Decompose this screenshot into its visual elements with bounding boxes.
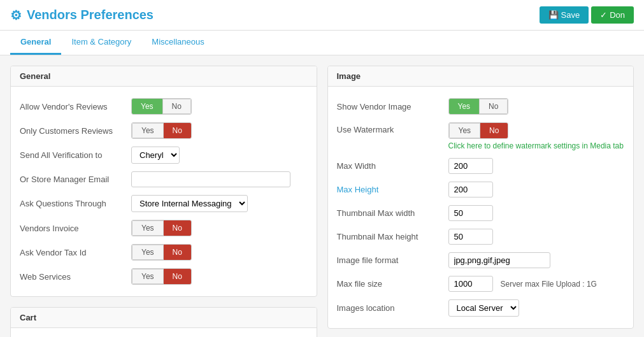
use-watermark-no[interactable]: No: [480, 123, 508, 138]
images-location-select[interactable]: Local Server: [448, 299, 519, 317]
tab-bar: General Item & Category Miscellaneous: [0, 31, 644, 55]
web-services-row: Web Services Yes No: [20, 264, 308, 289]
show-vendor-image-no[interactable]: No: [479, 99, 508, 114]
store-manager-email-control: [131, 171, 290, 187]
only-customers-reviews-yes[interactable]: Yes: [132, 123, 164, 138]
image-file-format-input[interactable]: [448, 252, 550, 268]
cart-section-body: Direct Payment to Vendor Yes No: [11, 328, 317, 337]
cart-section: Cart Direct Payment to Vendor Yes No: [10, 307, 317, 337]
only-customers-reviews-no[interactable]: No: [164, 123, 191, 138]
web-services-yes[interactable]: Yes: [132, 269, 164, 284]
content-area: General Allow Vendor's Reviews Yes No: [0, 55, 644, 337]
thumbnail-max-height-row: Thumbnail Max height: [337, 225, 625, 248]
images-location-control: Local Server: [448, 299, 519, 317]
only-customers-reviews-control: Yes No: [131, 122, 192, 139]
use-watermark-control: Yes No: [448, 122, 624, 139]
store-manager-email-row: Or Store Manager Email: [20, 168, 308, 191]
allow-vendors-reviews-control: Yes No: [131, 98, 192, 115]
ask-questions-label: Ask Questions Through: [20, 199, 131, 208]
tab-item-category[interactable]: Item & Category: [61, 31, 141, 55]
show-vendor-image-control: Yes No: [448, 98, 509, 115]
use-watermark-row: Use Watermark Yes No Click here to defin…: [337, 118, 625, 154]
store-manager-email-input[interactable]: [131, 171, 290, 187]
only-customers-reviews-label: Only Customers Reviews: [20, 126, 131, 136]
vendors-invoice-label: Vendors Invoice: [20, 224, 131, 233]
gear-icon: ⚙: [10, 8, 22, 23]
show-vendor-image-toggle: Yes No: [448, 98, 509, 115]
ask-questions-control: Store Internal Messaging: [131, 195, 248, 212]
image-section: Image Show Vendor Image Yes No: [327, 66, 634, 329]
thumbnail-max-width-row: Thumbnail Max width: [337, 201, 625, 225]
right-column: Image Show Vendor Image Yes No: [327, 66, 634, 337]
tab-general[interactable]: General: [10, 31, 61, 55]
max-width-row: Max Width: [337, 154, 625, 178]
thumbnail-max-height-control: [448, 229, 493, 245]
allow-vendors-reviews-no[interactable]: No: [162, 99, 191, 114]
watermark-settings-link[interactable]: Click here to define watermark settings …: [448, 141, 624, 150]
allow-vendors-reviews-toggle: Yes No: [131, 98, 192, 115]
vendor-tax-id-label: Ask Vendor Tax Id: [20, 248, 131, 257]
send-verification-row: Send All Verification to Cheryl: [20, 143, 308, 168]
send-verification-control: Cheryl: [131, 147, 180, 164]
thumbnail-max-width-control: [448, 205, 493, 221]
header: ⚙ Vendors Preferences 💾 Save ✓ Don: [0, 0, 644, 31]
allow-vendors-reviews-yes[interactable]: Yes: [132, 99, 162, 114]
web-services-label: Web Services: [20, 272, 131, 282]
show-vendor-image-label: Show Vendor Image: [337, 102, 448, 111]
tab-miscellaneous[interactable]: Miscellaneous: [141, 31, 214, 55]
show-vendor-image-row: Show Vendor Image Yes No: [337, 94, 625, 118]
vendor-tax-id-no[interactable]: No: [164, 245, 191, 260]
ask-questions-row: Ask Questions Through Store Internal Mes…: [20, 191, 308, 216]
max-height-row: Max Height: [337, 178, 625, 201]
vendors-invoice-yes[interactable]: Yes: [132, 220, 164, 236]
max-width-input[interactable]: [448, 158, 493, 174]
send-verification-label: Send All Verification to: [20, 150, 131, 160]
header-buttons: 💾 Save ✓ Don: [540, 6, 634, 24]
done-button[interactable]: ✓ Don: [591, 6, 634, 24]
max-file-size-row: Max file size Server max File Upload : 1…: [337, 272, 625, 296]
vendors-invoice-no[interactable]: No: [164, 220, 191, 236]
general-section-body: Allow Vendor's Reviews Yes No Only Custo…: [11, 87, 317, 296]
thumbnail-max-width-input[interactable]: [448, 205, 493, 221]
only-customers-reviews-toggle: Yes No: [131, 122, 192, 139]
image-section-body: Show Vendor Image Yes No Use Watermark: [328, 87, 634, 328]
general-section-title: General: [11, 66, 317, 87]
check-icon: ✓: [600, 10, 607, 20]
vendor-tax-id-yes[interactable]: Yes: [132, 245, 164, 260]
thumbnail-max-height-label: Thumbnail Max height: [337, 232, 448, 241]
left-column: General Allow Vendor's Reviews Yes No: [10, 66, 317, 337]
max-file-size-control: Server max File Upload : 1G: [448, 276, 597, 292]
save-button[interactable]: 💾 Save: [540, 6, 589, 24]
send-verification-select[interactable]: Cheryl: [131, 147, 180, 164]
only-customers-reviews-row: Only Customers Reviews Yes No: [20, 118, 308, 143]
image-file-format-label: Image file format: [337, 255, 448, 265]
max-height-control: [448, 182, 493, 197]
allow-vendors-reviews-row: Allow Vendor's Reviews Yes No: [20, 94, 308, 118]
image-file-format-row: Image file format: [337, 248, 625, 272]
max-file-size-label: Max file size: [337, 279, 448, 289]
max-file-size-input[interactable]: [448, 276, 493, 292]
general-section: General Allow Vendor's Reviews Yes No: [10, 66, 317, 297]
use-watermark-label: Use Watermark: [337, 122, 448, 134]
web-services-control: Yes No: [131, 268, 192, 285]
images-location-label: Images location: [337, 303, 448, 313]
thumbnail-max-height-input[interactable]: [448, 229, 493, 245]
max-height-input[interactable]: [448, 182, 493, 197]
max-width-label: Max Width: [337, 161, 448, 171]
max-width-control: [448, 158, 493, 174]
image-file-format-control: [448, 252, 550, 268]
cart-section-title: Cart: [11, 308, 317, 328]
use-watermark-toggle: Yes No: [448, 122, 509, 139]
vendors-invoice-row: Vendors Invoice Yes No: [20, 216, 308, 240]
use-watermark-yes[interactable]: Yes: [449, 123, 481, 138]
show-vendor-image-yes[interactable]: Yes: [449, 99, 480, 114]
vendor-tax-id-toggle: Yes No: [131, 244, 192, 261]
store-manager-email-label: Or Store Manager Email: [20, 175, 131, 184]
allow-vendors-reviews-label: Allow Vendor's Reviews: [20, 102, 131, 111]
ask-questions-select[interactable]: Store Internal Messaging: [131, 195, 248, 212]
vendor-tax-id-control: Yes No: [131, 244, 192, 261]
page-title: ⚙ Vendors Preferences: [10, 8, 154, 23]
vendors-invoice-toggle: Yes No: [131, 220, 192, 236]
web-services-no[interactable]: No: [164, 269, 191, 284]
max-height-label: Max Height: [337, 185, 448, 194]
